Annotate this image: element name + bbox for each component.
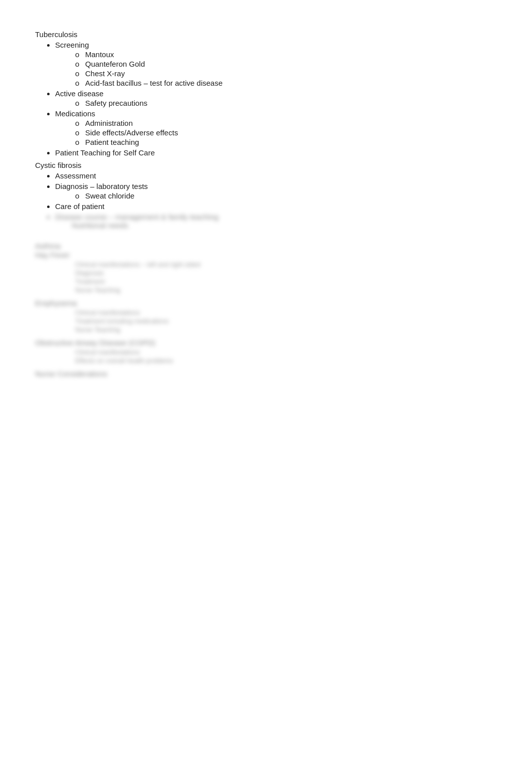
blurred-emphysema-treatment: Treatment including medications bbox=[75, 317, 497, 325]
list-item-diagnosis-lab: Diagnosis – laboratory tests Sweat chlor… bbox=[55, 182, 497, 200]
blurred-nurse-teaching-2: Nurse Teaching bbox=[75, 326, 497, 333]
blurred-diagnosis: Diagnosis bbox=[75, 269, 497, 277]
blurred-copd-health: Effects on overall health problems bbox=[75, 357, 497, 364]
blurred-emphysema-title: Emphysema bbox=[35, 299, 497, 307]
list-item-medications: Medications Administration Side effects/… bbox=[55, 109, 497, 146]
tuberculosis-section: Tuberculosis Screening Mantoux Quantefer… bbox=[35, 30, 497, 157]
cystic-fibrosis-section: Cystic fibrosis Assessment Diagnosis – l… bbox=[35, 161, 497, 230]
medications-subitems: Administration Side effects/Adverse effe… bbox=[75, 119, 497, 146]
list-item-active-disease: Active disease Safety precautions bbox=[55, 89, 497, 107]
active-disease-subitems: Safety precautions bbox=[75, 99, 497, 107]
blurred-clinical-left-right: Clinical manifestations – left and right… bbox=[75, 261, 497, 268]
subitem-mantoux: Mantoux bbox=[75, 50, 497, 59]
subitem-sweat-chloride: Sweat chloride bbox=[75, 191, 497, 200]
subitem-side-effects: Side effects/Adverse effects bbox=[75, 128, 497, 137]
subitem-administration: Administration bbox=[75, 119, 497, 127]
tuberculosis-list: Screening Mantoux Quanteferon Gold Chest… bbox=[55, 41, 497, 157]
list-item-assessment: Assessment bbox=[55, 171, 497, 180]
cystic-fibrosis-list: Assessment Diagnosis – laboratory tests … bbox=[55, 171, 497, 230]
diagnosis-subitems: Sweat chloride bbox=[75, 191, 497, 200]
subitem-chest-xray: Chest X-ray bbox=[75, 69, 497, 78]
list-item-care-of-patient: Care of patient bbox=[55, 202, 497, 211]
screening-subitems: Mantoux Quanteferon Gold Chest X-ray Aci… bbox=[75, 50, 497, 87]
cystic-fibrosis-title: Cystic fibrosis bbox=[35, 161, 497, 169]
blurred-copd-clinical: Clinical manifestations bbox=[75, 348, 497, 356]
subitem-patient-teaching: Patient teaching bbox=[75, 138, 497, 146]
subitem-quanteferon: Quanteferon Gold bbox=[75, 60, 497, 68]
list-item-blurred-cf: Disease course – management & family tea… bbox=[55, 213, 497, 230]
subitem-safety: Safety precautions bbox=[75, 99, 497, 107]
blurred-asthma-title: Asthma bbox=[35, 242, 497, 250]
blurred-nurse-teaching-1: Nurse Teaching bbox=[75, 286, 497, 294]
tuberculosis-title: Tuberculosis bbox=[35, 30, 497, 39]
blurred-emphysema-clinical: Clinical manifestations bbox=[75, 309, 497, 316]
blurred-copd-title: Obstructive Airway Disease (COPD) bbox=[35, 338, 497, 347]
subitem-acid-fast: Acid-fast bacillus – test for active dis… bbox=[75, 79, 497, 87]
list-item-screening: Screening Mantoux Quanteferon Gold Chest… bbox=[55, 41, 497, 87]
blurred-treatment: Treatment bbox=[75, 278, 497, 285]
blurred-area: Asthma Hay Fever Clinical manifestations… bbox=[35, 242, 497, 378]
blurred-hay-fever-title: Hay Fever bbox=[35, 251, 497, 259]
blurred-nurse-considerations: Nurse Considerations bbox=[35, 369, 497, 378]
list-item-patient-teaching-self-care: Patient Teaching for Self Care bbox=[55, 148, 497, 157]
